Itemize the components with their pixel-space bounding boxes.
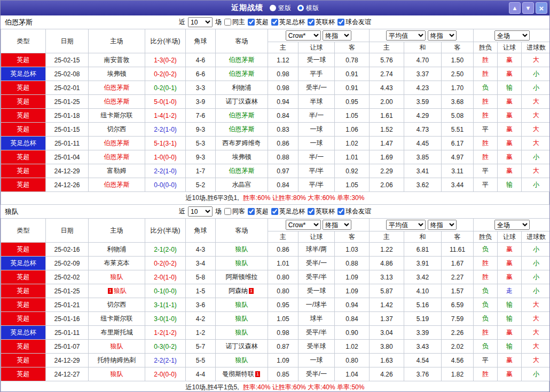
score-cell[interactable]: 5-1(3-1)	[145, 137, 186, 150]
match-count-select[interactable]: 10	[188, 206, 213, 217]
score-cell[interactable]: 0-1(0-0)	[145, 284, 186, 298]
home-team-cell[interactable]: 纽卡斯尔联	[89, 109, 145, 123]
away-team-cell[interactable]: 埃弗顿	[216, 150, 268, 164]
same-venue-filter[interactable]: 同主	[224, 18, 245, 27]
score-cell[interactable]: 3-1(1-1)	[145, 298, 186, 312]
league-eflcup-checkbox[interactable]	[308, 208, 315, 215]
away-team-cell[interactable]: 狼队	[216, 312, 268, 326]
score-cell[interactable]: 2-2(1-0)	[145, 123, 186, 137]
score-cell[interactable]: 2-0(1-0)	[145, 270, 186, 284]
league-eflcup-checkbox[interactable]	[308, 19, 315, 26]
away-team-cell[interactable]: 伯恩茅斯	[216, 123, 268, 137]
home-team-cell[interactable]: 纽卡斯尔联	[89, 312, 145, 326]
home-team-cell[interactable]: 切尔西	[89, 123, 145, 137]
home-team-cell[interactable]: 伯恩茅斯	[89, 95, 145, 109]
home-team-cell[interactable]: 托特纳姆热刺	[89, 354, 145, 367]
score-cell[interactable]: 2-2(2-1)	[145, 354, 186, 367]
league-facup-checkbox[interactable]	[271, 208, 278, 215]
move-up-button[interactable]: ▲	[509, 2, 521, 14]
score-cell[interactable]: 0-2(0-2)	[145, 67, 186, 81]
league-filter-friendly[interactable]: 球会友谊	[337, 207, 371, 216]
away-team-cell[interactable]: 狼队	[216, 243, 268, 257]
away-team-cell[interactable]: 狼队	[216, 257, 268, 270]
close-button[interactable]: ×	[536, 2, 547, 14]
score-cell[interactable]: 0-0(0-0)	[145, 178, 186, 192]
home-team-cell[interactable]: 富勒姆	[89, 164, 145, 178]
avg-stage-select[interactable]: 终指	[428, 220, 457, 230]
score-cell[interactable]: 0-3(0-2)	[145, 340, 186, 354]
league-epl-checkbox[interactable]	[248, 19, 255, 26]
score-cell[interactable]: 2-0(0-0)	[145, 367, 186, 381]
radio-selected-icon[interactable]	[297, 5, 304, 11]
bookmaker-select[interactable]: Crow*	[286, 220, 321, 230]
same-venue-filter[interactable]: 同客	[224, 207, 245, 216]
same-venue-checkbox[interactable]	[224, 19, 231, 26]
home-team-cell[interactable]: 利物浦	[89, 243, 145, 257]
move-down-button[interactable]: ▼	[522, 2, 534, 14]
home-team-cell[interactable]: 切尔西	[89, 298, 145, 312]
same-venue-checkbox[interactable]	[224, 208, 231, 215]
score-cell[interactable]: 0-2(0-1)	[145, 81, 186, 95]
layout-horizontal-option[interactable]: 横版	[297, 4, 319, 13]
score-cell[interactable]: 3-0(1-0)	[145, 312, 186, 326]
league-filter-facup[interactable]: 英足总杯	[271, 18, 305, 27]
away-team-cell[interactable]: 阿斯顿维拉	[216, 270, 268, 284]
average-select[interactable]: 平均值	[386, 220, 426, 230]
away-team-cell[interactable]: 伯恩茅斯	[216, 164, 268, 178]
league-facup-checkbox[interactable]	[271, 19, 278, 26]
odds-stage-select[interactable]: 终指	[323, 30, 351, 41]
league-filter-facup[interactable]: 英足总杯	[271, 207, 305, 216]
radio-unselected-icon[interactable]	[270, 5, 276, 11]
home-team-cell[interactable]: 伯恩茅斯	[89, 178, 145, 192]
score-cell[interactable]: 2-2(1-0)	[145, 164, 186, 178]
away-team-cell[interactable]: 伯恩茅斯	[216, 109, 268, 123]
league-filter-epl[interactable]: 英超	[248, 18, 269, 27]
league-friendly-checkbox[interactable]	[337, 19, 344, 26]
away-team-cell[interactable]: 西布罗姆维奇	[216, 137, 268, 150]
layout-vertical-option[interactable]: 竖版	[270, 4, 291, 13]
home-team-cell[interactable]: 狼队	[89, 367, 145, 381]
bookmaker-select[interactable]: Crow*	[286, 30, 321, 41]
league-filter-friendly[interactable]: 球会友谊	[337, 18, 371, 27]
home-team-cell[interactable]: 伯恩茅斯	[89, 150, 145, 164]
away-team-cell[interactable]: 阿森纳1	[216, 284, 268, 298]
away-team-cell[interactable]: 诺丁汉森林	[216, 340, 268, 354]
home-team-cell[interactable]: 伯恩茅斯	[89, 81, 145, 95]
home-team-cell[interactable]: 布莱克本	[89, 257, 145, 270]
away-team-cell[interactable]: 诺丁汉森林	[216, 95, 268, 109]
home-team-cell[interactable]: 布里斯托城	[89, 326, 145, 340]
avg-stage-select[interactable]: 终指	[428, 30, 457, 41]
score-cell[interactable]: 0-2(0-2)	[145, 257, 186, 270]
away-team-cell[interactable]: 利物浦	[216, 81, 268, 95]
scope-select[interactable]: 全场	[494, 30, 530, 41]
league-friendly-checkbox[interactable]	[337, 208, 344, 215]
score-cell[interactable]: 2-1(2-0)	[145, 243, 186, 257]
score-cell[interactable]: 1-3(0-2)	[145, 53, 186, 67]
away-team-cell[interactable]: 狼队	[216, 354, 268, 367]
home-team-cell[interactable]: 1狼队	[89, 284, 145, 298]
league-filter-eflcup[interactable]: 英联杯	[308, 18, 335, 27]
away-team-cell[interactable]: 曼彻斯特联1	[216, 367, 268, 381]
odds-stage-select[interactable]: 终指	[323, 220, 351, 230]
away-team-cell[interactable]: 狼队	[216, 326, 268, 340]
match-count-select[interactable]: 10	[188, 17, 213, 27]
home-team-cell[interactable]: 狼队	[89, 340, 145, 354]
away-team-cell[interactable]: 水晶宫	[216, 178, 268, 192]
league-filter-eflcup[interactable]: 英联杯	[308, 207, 335, 216]
col-header-corner: 角球	[186, 219, 216, 243]
score-cell[interactable]: 1-4(1-2)	[145, 109, 186, 123]
away-team-cell[interactable]: 狼队	[216, 298, 268, 312]
away-team-cell[interactable]: 伯恩茅斯	[216, 53, 268, 67]
away-team-cell[interactable]: 伯恩茅斯	[216, 67, 268, 81]
league-filter-epl[interactable]: 英超	[248, 207, 269, 216]
score-cell[interactable]: 1-2(1-2)	[145, 326, 186, 340]
score-cell[interactable]: 5-0(1-0)	[145, 95, 186, 109]
home-team-cell[interactable]: 狼队	[89, 270, 145, 284]
home-team-cell[interactable]: 埃弗顿	[89, 67, 145, 81]
home-team-cell[interactable]: 南安普敦	[89, 53, 145, 67]
score-cell[interactable]: 1-0(0-0)	[145, 150, 186, 164]
home-team-cell[interactable]: 伯恩茅斯	[89, 137, 145, 150]
league-epl-checkbox[interactable]	[248, 208, 255, 215]
average-select[interactable]: 平均值	[386, 30, 426, 41]
scope-select[interactable]: 全场	[494, 220, 530, 230]
